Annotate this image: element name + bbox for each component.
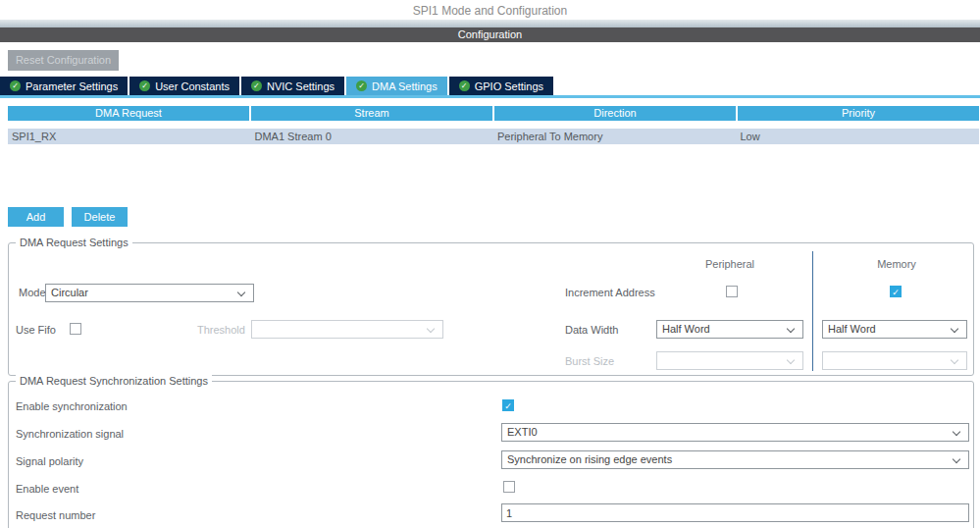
burst-size-label: Burst Size: [565, 355, 614, 367]
chevron-down-icon: [951, 356, 958, 364]
enable-synchronization-label: Enable synchronization: [16, 400, 128, 412]
threshold-select: [251, 320, 443, 339]
column-separator: [812, 251, 813, 371]
column-header-direction: Direction: [494, 106, 738, 121]
table-header-row: DMA Request Stream Direction Priority: [8, 106, 979, 121]
tab-underline: [0, 95, 980, 98]
column-header-priority: Priority: [738, 106, 979, 121]
request-number-label: Request number: [16, 509, 95, 521]
tab-label: GPIO Settings: [475, 80, 543, 92]
chevron-down-icon: [953, 455, 960, 463]
group-legend: DMA Request Settings: [16, 237, 132, 248]
synchronization-signal-value: EXTI0: [507, 426, 538, 438]
green-check-icon: ✓: [251, 80, 262, 91]
chevron-down-icon: [427, 325, 435, 333]
increment-address-label: Increment Address: [565, 287, 655, 298]
mode-select-value: Circular: [51, 287, 88, 298]
header-divider-bar: [0, 20, 980, 27]
request-number-input[interactable]: [501, 503, 969, 522]
reset-configuration-button[interactable]: Reset Configuration: [8, 50, 119, 71]
tab-label: DMA Settings: [372, 80, 438, 92]
peripheral-column-header: Peripheral: [637, 258, 823, 270]
data-width-memory-select[interactable]: Half Word: [822, 320, 967, 339]
cell-priority: Low: [737, 129, 980, 144]
use-fifo-label: Use Fifo: [16, 324, 56, 336]
column-header-stream: Stream: [251, 106, 494, 121]
cell-direction: Peripheral To Memory: [493, 129, 737, 144]
increment-address-memory-checkbox[interactable]: ✓: [890, 286, 902, 297]
chevron-down-icon: [787, 325, 795, 333]
tab-user-constants[interactable]: ✓ User Constants: [129, 77, 239, 95]
enable-event-checkbox[interactable]: [503, 481, 515, 493]
burst-size-memory-select: [822, 351, 967, 370]
mode-label: Mode: [19, 287, 46, 298]
chevron-down-icon: [787, 356, 795, 364]
use-fifo-checkbox[interactable]: [70, 323, 81, 335]
group-legend: DMA Request Synchronization Settings: [16, 375, 212, 387]
tab-parameter-settings[interactable]: ✓ Parameter Settings: [0, 77, 128, 95]
tab-nvic-settings[interactable]: ✓ NVIC Settings: [241, 77, 344, 95]
tab-label: Parameter Settings: [26, 80, 118, 92]
table-row[interactable]: SPI1_RX DMA1 Stream 0 Peripheral To Memo…: [8, 129, 979, 144]
tab-label: User Constants: [155, 80, 230, 92]
dma-sync-settings-group: DMA Request Synchronization Settings Ena…: [8, 381, 974, 528]
data-width-memory-value: Half Word: [828, 323, 876, 335]
signal-polarity-label: Signal polarity: [16, 455, 83, 467]
settings-tab-bar: ✓ Parameter Settings ✓ User Constants ✓ …: [0, 77, 553, 95]
synchronization-signal-label: Synchronization signal: [16, 428, 124, 440]
increment-address-peripheral-checkbox[interactable]: [726, 286, 738, 297]
tab-gpio-settings[interactable]: ✓ GPIO Settings: [449, 77, 553, 95]
chevron-down-icon: [237, 289, 245, 296]
burst-size-peripheral-select: [656, 351, 803, 370]
spi1-configuration-panel: SPI1 Mode and Configuration Configuratio…: [0, 0, 980, 528]
data-width-label: Data Width: [565, 324, 618, 336]
add-button[interactable]: Add: [8, 207, 64, 227]
green-check-icon: ✓: [10, 80, 21, 91]
tab-dma-settings[interactable]: ✓ DMA Settings: [346, 77, 447, 95]
column-header-dma-request: DMA Request: [8, 106, 251, 121]
chevron-down-icon: [951, 325, 958, 333]
green-check-icon: ✓: [356, 80, 367, 91]
enable-event-label: Enable event: [16, 483, 78, 495]
signal-polarity-value: Synchronize on rising edge events: [507, 453, 672, 465]
configuration-section-header: Configuration: [0, 27, 980, 42]
green-check-icon: ✓: [139, 80, 150, 91]
threshold-label: Threshold: [197, 324, 245, 336]
cell-stream: DMA1 Stream 0: [251, 129, 494, 144]
mode-select[interactable]: Circular: [45, 284, 254, 302]
delete-button[interactable]: Delete: [72, 207, 128, 227]
memory-column-header: Memory: [823, 258, 970, 270]
cell-dma-request: SPI1_RX: [8, 129, 251, 144]
green-check-icon: ✓: [459, 80, 470, 91]
tab-label: NVIC Settings: [267, 80, 335, 92]
data-width-peripheral-select[interactable]: Half Word: [656, 320, 803, 339]
synchronization-signal-select[interactable]: EXTI0: [501, 423, 969, 442]
signal-polarity-select[interactable]: Synchronize on rising edge events: [501, 450, 969, 469]
enable-synchronization-checkbox[interactable]: ✓: [502, 399, 514, 411]
page-title: SPI1 Mode and Configuration: [0, 4, 980, 18]
dma-request-settings-group: DMA Request Settings Peripheral Memory M…: [8, 242, 974, 376]
chevron-down-icon: [953, 428, 960, 436]
data-width-peripheral-value: Half Word: [662, 323, 710, 335]
dma-requests-table: DMA Request Stream Direction Priority SP…: [8, 106, 979, 144]
